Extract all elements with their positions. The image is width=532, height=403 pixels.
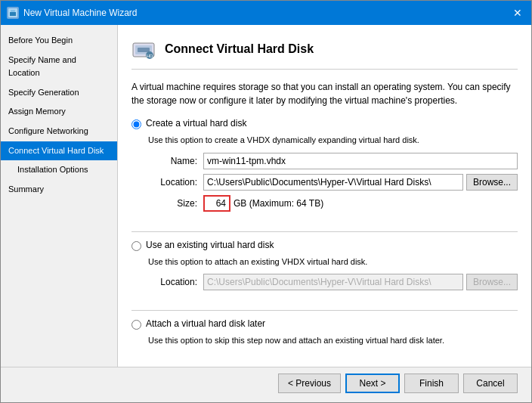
sidebar: Before You Begin Specify Name and Locati… — [1, 25, 118, 367]
option-create-row: Create a virtual hard disk — [131, 118, 518, 129]
existing-location-row: Location: Browse... — [148, 274, 518, 290]
size-label: Size: — [148, 198, 197, 209]
existing-disk-form: Location: Browse... — [148, 274, 518, 295]
existing-disk-label[interactable]: Use an existing virtual hard disk — [146, 240, 274, 250]
sidebar-item-configure-networking[interactable]: Configure Networking — [1, 122, 117, 141]
svg-rect-2 — [11, 10, 15, 12]
location-input[interactable] — [203, 174, 463, 191]
existing-disk-description: Use this option to attach an existing VH… — [148, 256, 518, 268]
existing-browse-button: Browse... — [466, 274, 518, 290]
location-browse-button[interactable]: Browse... — [466, 174, 518, 191]
svg-rect-5 — [138, 48, 150, 52]
finish-button[interactable]: Finish — [404, 374, 459, 393]
sidebar-item-before-you-begin[interactable]: Before You Begin — [1, 31, 117, 51]
sidebar-item-assign-memory[interactable]: Assign Memory — [1, 102, 117, 122]
existing-disk-radio[interactable] — [131, 241, 141, 251]
location-row: Location: Browse... — [148, 174, 518, 191]
size-row: Size: GB (Maximum: 64 TB) — [148, 195, 518, 212]
window-icon — [7, 7, 19, 19]
attach-later-radio[interactable] — [131, 320, 141, 330]
divider-1 — [131, 231, 518, 232]
page-description: A virtual machine requires storage so th… — [131, 80, 518, 107]
sidebar-item-specify-name[interactable]: Specify Name and Location — [1, 51, 117, 83]
next-button[interactable]: Next > — [345, 374, 400, 393]
sidebar-item-connect-virtual-disk[interactable]: Connect Virtual Hard Disk — [1, 141, 117, 161]
existing-location-label: Location: — [148, 277, 197, 287]
create-disk-radio[interactable] — [131, 119, 141, 129]
option-existing-row: Use an existing virtual hard disk — [131, 240, 518, 251]
size-suffix: GB (Maximum: 64 TB) — [234, 198, 323, 209]
svg-rect-1 — [10, 12, 16, 16]
page-header: HD Connect Virtual Hard Disk — [131, 37, 518, 70]
size-input[interactable] — [203, 195, 230, 212]
existing-location-input — [203, 274, 463, 290]
attach-later-description: Use this option to skip this step now an… — [148, 334, 518, 347]
name-row: Name: — [148, 153, 518, 169]
sidebar-item-summary[interactable]: Summary — [1, 180, 117, 200]
wizard-window: New Virtual Machine Wizard ✕ Before You … — [0, 0, 532, 403]
name-input[interactable] — [203, 153, 518, 169]
create-disk-description: Use this option to create a VHDX dynamic… — [148, 134, 518, 147]
window-title: New Virtual Machine Wizard — [23, 8, 510, 18]
name-label: Name: — [148, 156, 197, 166]
svg-text:HD: HD — [147, 54, 153, 58]
cancel-button[interactable]: Cancel — [463, 374, 518, 393]
create-disk-form: Name: Location: Browse... Size: GB (Maxi… — [148, 153, 518, 216]
sidebar-item-specify-generation[interactable]: Specify Generation — [1, 83, 117, 103]
create-disk-label[interactable]: Create a virtual hard disk — [146, 118, 246, 129]
footer: < Previous Next > Finish Cancel — [1, 367, 531, 402]
main-content: HD Connect Virtual Hard Disk A virtual m… — [118, 25, 531, 367]
page-title: Connect Virtual Hard Disk — [165, 42, 314, 56]
attach-later-label[interactable]: Attach a virtual hard disk later — [146, 318, 265, 329]
location-label: Location: — [148, 177, 197, 188]
previous-button[interactable]: < Previous — [278, 374, 341, 393]
divider-2 — [131, 310, 518, 311]
option-attach-row: Attach a virtual hard disk later — [131, 318, 518, 330]
page-icon: HD — [131, 37, 156, 61]
wizard-content: Before You Begin Specify Name and Locati… — [1, 25, 531, 367]
title-bar: New Virtual Machine Wizard ✕ — [1, 1, 531, 25]
sidebar-item-installation-options[interactable]: Installation Options — [1, 160, 117, 180]
close-button[interactable]: ✕ — [510, 5, 525, 20]
